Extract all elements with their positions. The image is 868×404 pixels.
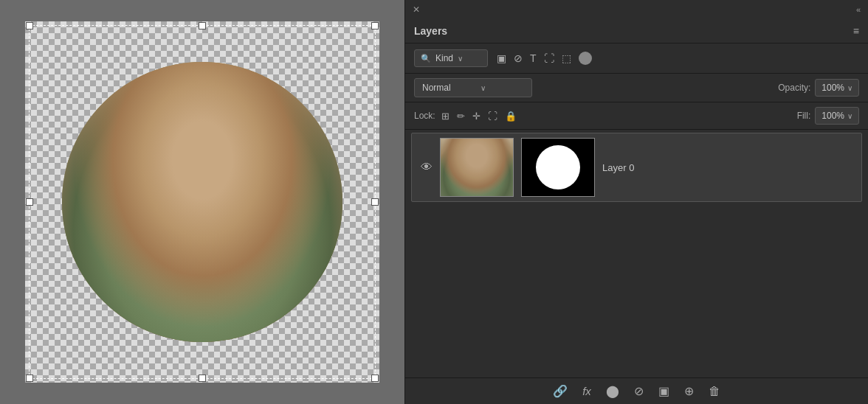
layer-thumbnail — [440, 138, 514, 197]
filter-pixel-icon[interactable]: ▣ — [497, 52, 506, 64]
blend-chevron-icon: ∨ — [480, 84, 486, 92]
new-adjustment-icon[interactable]: ⊘ — [634, 384, 644, 398]
lock-artboard-icon[interactable]: ⛶ — [488, 111, 497, 122]
panel-top-bar: ✕ « — [405, 0, 868, 19]
panel-close-button[interactable]: ✕ — [413, 4, 420, 15]
fill-label: Fill: — [797, 111, 811, 121]
lock-pixels-icon[interactable]: ⊞ — [441, 111, 450, 122]
fill-chevron-icon: ∨ — [847, 112, 852, 120]
layer-visibility-icon[interactable]: 👁 — [421, 161, 433, 174]
filter-text-icon[interactable]: T — [530, 52, 537, 64]
add-style-icon[interactable]: fx — [582, 385, 591, 397]
fill-value-text: 100% — [822, 111, 844, 121]
lock-label: Lock: — [414, 111, 435, 121]
canvas-area — [0, 0, 404, 404]
filter-adjustment-icon[interactable]: ⊘ — [514, 52, 523, 64]
filter-circle-icon[interactable] — [579, 52, 592, 65]
mask-circle-shape — [536, 145, 580, 189]
opacity-group: Opacity: 100% ∨ — [778, 79, 859, 97]
delete-layer-icon[interactable]: 🗑 — [709, 385, 720, 398]
portrait-face — [62, 62, 342, 342]
lock-row: Lock: ⊞ ✏ ✛ ⛶ 🔒 Fill: 100% ∨ — [405, 102, 868, 130]
search-icon: 🔍 — [421, 54, 431, 63]
panel-menu-button[interactable]: ≡ — [853, 25, 859, 37]
lock-move-icon[interactable]: ✛ — [472, 111, 480, 122]
lock-icons-group: ⊞ ✏ ✛ ⛶ 🔒 — [441, 111, 517, 122]
canvas-wrapper — [25, 21, 379, 383]
layer-mask-thumbnail — [521, 138, 595, 197]
fill-input[interactable]: 100% ∨ — [815, 107, 859, 125]
lock-paint-icon[interactable]: ✏ — [457, 111, 465, 122]
blend-mode-dropdown[interactable]: Normal ∨ — [414, 78, 532, 97]
kind-chevron-icon: ∨ — [458, 55, 463, 63]
opacity-label: Opacity: — [778, 83, 810, 93]
new-group-icon[interactable]: ▣ — [658, 384, 669, 398]
opacity-input[interactable]: 100% ∨ — [815, 79, 859, 97]
layers-bottom-toolbar: 🔗 fx ⬤ ⊘ ▣ ⊕ 🗑 — [405, 377, 868, 404]
panel-title: Layers — [414, 25, 447, 37]
kind-dropdown[interactable]: 🔍 Kind ∨ — [414, 49, 488, 67]
panel-collapse-button[interactable]: « — [856, 5, 861, 14]
layer-row[interactable]: 👁 Layer 0 — [411, 133, 862, 202]
layers-content[interactable]: 👁 Layer 0 — [405, 130, 868, 377]
lock-all-icon[interactable]: 🔒 — [505, 111, 517, 122]
portrait-image — [62, 62, 342, 342]
panel-title-row: Layers — [414, 25, 447, 37]
new-layer-icon[interactable]: ⊕ — [684, 384, 694, 398]
opacity-value-text: 100% — [822, 83, 844, 93]
fill-group: Fill: 100% ∨ — [797, 107, 859, 125]
layer-thumb-portrait — [441, 139, 513, 196]
filter-row: 🔍 Kind ∨ ▣ ⊘ T ⛶ ⬚ — [405, 43, 868, 74]
blend-mode-row: Normal ∨ Opacity: 100% ∨ — [405, 74, 868, 102]
layer-name-label: Layer 0 — [602, 162, 852, 173]
kind-label: Kind — [435, 53, 453, 63]
link-layers-icon[interactable]: 🔗 — [553, 384, 568, 398]
panel-header: Layers ≡ — [405, 19, 868, 43]
filter-shape-icon[interactable]: ⛶ — [544, 52, 554, 64]
opacity-chevron-icon: ∨ — [847, 84, 852, 92]
filter-smart-icon[interactable]: ⬚ — [562, 52, 571, 64]
filter-icons: ▣ ⊘ T ⛶ ⬚ — [497, 52, 592, 65]
layers-panel: ✕ « Layers ≡ 🔍 Kind ∨ ▣ ⊘ T ⛶ ⬚ Normal ∨ — [404, 0, 868, 404]
add-mask-icon[interactable]: ⬤ — [606, 384, 619, 398]
blend-mode-value: Normal — [422, 83, 451, 93]
